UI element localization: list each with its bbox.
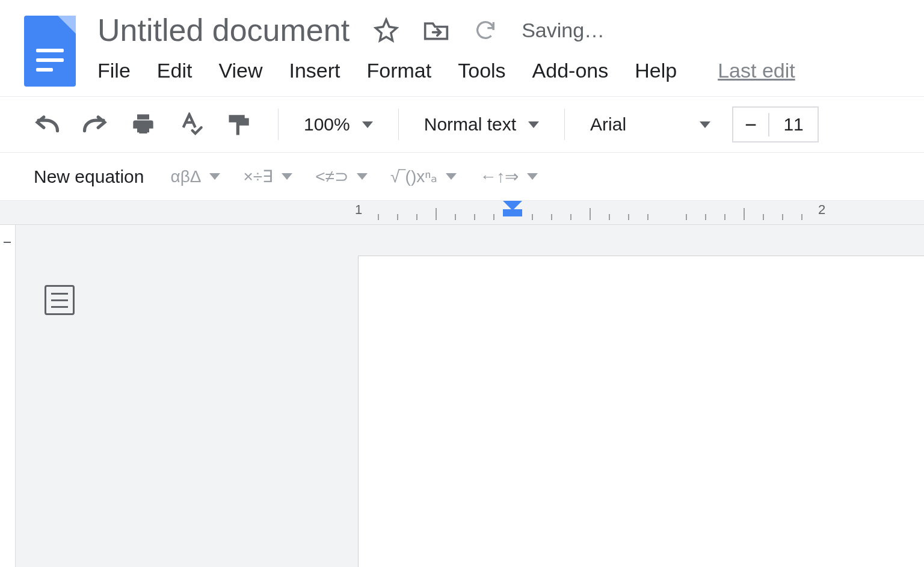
left-gutter [0,225,16,567]
new-equation-button[interactable]: New equation [34,167,147,187]
zoom-dropdown[interactable]: 100% [304,114,373,135]
ruler-number: 1 [355,202,362,218]
print-button[interactable] [130,111,156,138]
toolbar-separator [278,109,279,140]
last-edit-link[interactable]: Last edit [718,59,795,82]
paragraph-style-value: Normal text [424,114,516,135]
menu-edit[interactable]: Edit [157,59,192,82]
horizontal-ruler[interactable]: 1 2 [0,201,924,225]
paragraph-style-dropdown[interactable]: Normal text [424,114,539,135]
chevron-down-icon [209,173,220,180]
saving-status: Saving… [522,19,605,42]
misc-operations-label: ×÷∃ [243,167,273,186]
font-family-value: Arial [590,114,626,135]
menu-view[interactable]: View [218,59,262,82]
menu-addons[interactable]: Add-ons [532,59,609,82]
undo-button[interactable] [34,111,60,138]
font-size-value[interactable]: 11 [769,114,818,135]
sync-icon [473,18,497,42]
titlebar: Untitled document Saving… File Edit View… [0,0,924,87]
indent-marker[interactable] [503,201,522,216]
menu-insert[interactable]: Insert [289,59,340,82]
menu-bar: File Edit View Insert Format Tools Add-o… [97,59,795,82]
chevron-down-icon [527,173,538,180]
font-size-control: − 11 [732,106,819,143]
equation-toolbar: New equation αβΔ ×÷∃ <≠⊃ √‾()xⁿₐ ←↑⇒ [0,153,924,201]
redo-button[interactable] [82,111,108,138]
star-icon[interactable] [374,17,399,43]
menu-help[interactable]: Help [635,59,677,82]
arrows-dropdown[interactable]: ←↑⇒ [479,167,538,186]
editor-stage: 1 9 [0,225,924,567]
arrows-label: ←↑⇒ [479,167,519,186]
toolbar-separator [398,109,399,140]
document-page[interactable] [359,256,924,567]
relations-label: <≠⊃ [315,167,348,186]
chevron-down-icon [700,121,710,128]
docs-logo[interactable] [24,16,76,87]
menu-format[interactable]: Format [367,59,432,82]
misc-operations-dropdown[interactable]: ×÷∃ [243,167,292,186]
title-row: Untitled document Saving… [97,12,795,48]
spellcheck-button[interactable] [178,111,205,138]
paint-format-button[interactable] [226,111,253,138]
chevron-down-icon [357,173,368,180]
relations-dropdown[interactable]: <≠⊃ [315,167,368,186]
zoom-value: 100% [304,114,350,135]
font-size-decrease[interactable]: − [733,113,769,136]
chevron-down-icon [446,173,457,180]
move-to-folder-icon[interactable] [423,18,449,42]
font-family-dropdown[interactable]: Arial [590,114,710,135]
toolbar-separator [564,109,565,140]
chevron-down-icon [528,121,539,128]
chevron-down-icon [282,173,292,180]
chevron-down-icon [362,121,373,128]
document-outline-button[interactable] [45,285,75,315]
math-operations-label: √‾()xⁿₐ [390,167,438,186]
greek-letters-label: αβΔ [170,167,201,186]
ruler-number: 2 [818,202,825,218]
greek-letters-dropdown[interactable]: αβΔ [170,167,220,186]
document-title[interactable]: Untitled document [97,12,350,48]
menu-file[interactable]: File [97,59,131,82]
main-toolbar: 100% Normal text Arial − 11 [0,96,924,153]
math-operations-dropdown[interactable]: √‾()xⁿₐ [390,167,457,186]
menu-tools[interactable]: Tools [458,59,505,82]
